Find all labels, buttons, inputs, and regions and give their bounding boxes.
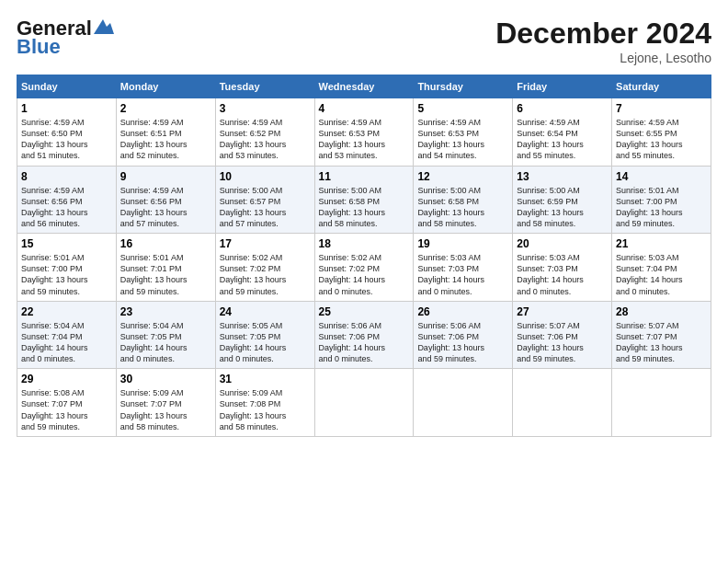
day-number: 19 [417,237,508,250]
calendar-cell: 12Sunrise: 5:00 AM Sunset: 6:58 PM Dayli… [414,166,513,234]
calendar-cell: 19Sunrise: 5:03 AM Sunset: 7:03 PM Dayli… [414,234,513,302]
day-number: 18 [319,237,410,250]
day-number: 7 [616,102,707,115]
calendar-cell: 2Sunrise: 4:59 AM Sunset: 6:51 PM Daylig… [116,98,215,167]
header: General Blue December 2024 Lejone, Lesot… [17,17,711,65]
day-info: Sunrise: 4:59 AM Sunset: 6:56 PM Dayligh… [120,186,188,228]
calendar-cell: 10Sunrise: 5:00 AM Sunset: 6:57 PM Dayli… [215,166,314,234]
day-info: Sunrise: 5:06 AM Sunset: 7:06 PM Dayligh… [417,321,484,363]
calendar-cell: 14Sunrise: 5:01 AM Sunset: 7:00 PM Dayli… [612,166,711,234]
day-number: 31 [220,373,311,385]
col-saturday: Saturday [612,75,711,98]
day-info: Sunrise: 5:03 AM Sunset: 7:03 PM Dayligh… [517,253,584,295]
day-info: Sunrise: 5:02 AM Sunset: 7:02 PM Dayligh… [319,253,386,295]
day-info: Sunrise: 5:01 AM Sunset: 7:00 PM Dayligh… [21,253,88,295]
day-number: 1 [21,102,112,115]
day-number: 25 [319,305,410,318]
calendar-cell: 24Sunrise: 5:05 AM Sunset: 7:05 PM Dayli… [215,301,314,369]
calendar-cell [314,369,414,437]
day-info: Sunrise: 4:59 AM Sunset: 6:51 PM Dayligh… [120,118,188,160]
calendar-cell [414,369,513,437]
col-monday: Monday [116,75,215,98]
calendar-cell: 5Sunrise: 4:59 AM Sunset: 6:53 PM Daylig… [414,98,513,167]
day-number: 14 [616,170,707,183]
calendar-cell: 20Sunrise: 5:03 AM Sunset: 7:03 PM Dayli… [513,234,612,302]
calendar-cell: 22Sunrise: 5:04 AM Sunset: 7:04 PM Dayli… [17,301,117,369]
logo-bird-icon [94,19,114,34]
day-number: 2 [120,102,211,115]
calendar-cell: 15Sunrise: 5:01 AM Sunset: 7:00 PM Dayli… [17,234,117,302]
day-number: 27 [517,305,608,318]
day-number: 17 [220,237,311,250]
day-info: Sunrise: 4:59 AM Sunset: 6:53 PM Dayligh… [417,118,484,160]
calendar-cell: 9Sunrise: 4:59 AM Sunset: 6:56 PM Daylig… [116,166,215,234]
location: Lejone, Lesotho [495,51,711,65]
calendar-cell: 25Sunrise: 5:06 AM Sunset: 7:06 PM Dayli… [314,301,414,369]
calendar-row: 1Sunrise: 4:59 AM Sunset: 6:50 PM Daylig… [17,98,711,167]
calendar-row: 15Sunrise: 5:01 AM Sunset: 7:00 PM Dayli… [17,234,711,302]
day-number: 8 [21,170,112,183]
day-number: 23 [120,305,211,318]
day-info: Sunrise: 5:06 AM Sunset: 7:06 PM Dayligh… [319,321,386,363]
logo: General Blue [17,17,114,59]
calendar-cell: 6Sunrise: 4:59 AM Sunset: 6:54 PM Daylig… [513,98,612,167]
col-friday: Friday [513,75,612,98]
calendar-row: 8Sunrise: 4:59 AM Sunset: 6:56 PM Daylig… [17,166,711,234]
day-number: 10 [220,170,311,183]
calendar-cell: 3Sunrise: 4:59 AM Sunset: 6:52 PM Daylig… [215,98,314,167]
day-number: 4 [319,102,410,115]
day-info: Sunrise: 5:02 AM Sunset: 7:02 PM Dayligh… [220,253,287,295]
calendar-cell: 4Sunrise: 4:59 AM Sunset: 6:53 PM Daylig… [314,98,414,167]
col-tuesday: Tuesday [215,75,314,98]
month-title: December 2024 [495,17,711,51]
calendar-row: 22Sunrise: 5:04 AM Sunset: 7:04 PM Dayli… [17,301,711,369]
calendar-cell [612,369,711,437]
day-number: 28 [616,305,707,318]
calendar-cell: 1Sunrise: 4:59 AM Sunset: 6:50 PM Daylig… [17,98,117,167]
day-info: Sunrise: 5:04 AM Sunset: 7:04 PM Dayligh… [21,321,88,363]
calendar-cell: 13Sunrise: 5:00 AM Sunset: 6:59 PM Dayli… [513,166,612,234]
calendar-cell: 30Sunrise: 5:09 AM Sunset: 7:07 PM Dayli… [116,369,215,437]
col-thursday: Thursday [414,75,513,98]
calendar-cell [513,369,612,437]
day-number: 16 [120,237,211,250]
day-info: Sunrise: 5:04 AM Sunset: 7:05 PM Dayligh… [120,321,188,363]
day-info: Sunrise: 5:00 AM Sunset: 6:57 PM Dayligh… [220,186,287,228]
day-info: Sunrise: 5:03 AM Sunset: 7:03 PM Dayligh… [417,253,484,295]
calendar-cell: 7Sunrise: 4:59 AM Sunset: 6:55 PM Daylig… [612,98,711,167]
calendar-cell: 18Sunrise: 5:02 AM Sunset: 7:02 PM Dayli… [314,234,414,302]
calendar-header-row: Sunday Monday Tuesday Wednesday Thursday… [17,75,711,98]
calendar-row: 29Sunrise: 5:08 AM Sunset: 7:07 PM Dayli… [17,369,711,437]
day-info: Sunrise: 4:59 AM Sunset: 6:54 PM Dayligh… [517,118,584,160]
day-info: Sunrise: 4:59 AM Sunset: 6:56 PM Dayligh… [21,186,88,228]
day-number: 11 [319,170,410,183]
day-info: Sunrise: 5:09 AM Sunset: 7:08 PM Dayligh… [220,388,287,431]
day-number: 3 [220,102,311,115]
day-info: Sunrise: 4:59 AM Sunset: 6:53 PM Dayligh… [319,118,386,160]
day-info: Sunrise: 5:09 AM Sunset: 7:07 PM Dayligh… [120,388,188,431]
calendar-cell: 27Sunrise: 5:07 AM Sunset: 7:06 PM Dayli… [513,301,612,369]
day-info: Sunrise: 5:03 AM Sunset: 7:04 PM Dayligh… [616,253,683,295]
calendar-cell: 23Sunrise: 5:04 AM Sunset: 7:05 PM Dayli… [116,301,215,369]
svg-marker-0 [94,19,114,34]
calendar-cell: 29Sunrise: 5:08 AM Sunset: 7:07 PM Dayli… [17,369,117,437]
day-number: 5 [417,102,508,115]
day-info: Sunrise: 5:00 AM Sunset: 6:58 PM Dayligh… [319,186,386,228]
day-info: Sunrise: 5:05 AM Sunset: 7:05 PM Dayligh… [220,321,287,363]
calendar-cell: 26Sunrise: 5:06 AM Sunset: 7:06 PM Dayli… [414,301,513,369]
day-number: 12 [417,170,508,183]
calendar-cell: 31Sunrise: 5:09 AM Sunset: 7:08 PM Dayli… [215,369,314,437]
day-info: Sunrise: 5:07 AM Sunset: 7:06 PM Dayligh… [517,321,584,363]
calendar-cell: 17Sunrise: 5:02 AM Sunset: 7:02 PM Dayli… [215,234,314,302]
logo-blue: Blue [17,35,61,59]
day-number: 22 [21,305,112,318]
day-info: Sunrise: 4:59 AM Sunset: 6:55 PM Dayligh… [616,118,683,160]
col-sunday: Sunday [17,75,117,98]
day-number: 20 [517,237,608,250]
calendar-cell: 28Sunrise: 5:07 AM Sunset: 7:07 PM Dayli… [612,301,711,369]
calendar-table: Sunday Monday Tuesday Wednesday Thursday… [17,75,711,437]
calendar-cell: 11Sunrise: 5:00 AM Sunset: 6:58 PM Dayli… [314,166,414,234]
day-info: Sunrise: 5:08 AM Sunset: 7:07 PM Dayligh… [21,388,88,431]
day-number: 24 [220,305,311,318]
day-number: 15 [21,237,112,250]
